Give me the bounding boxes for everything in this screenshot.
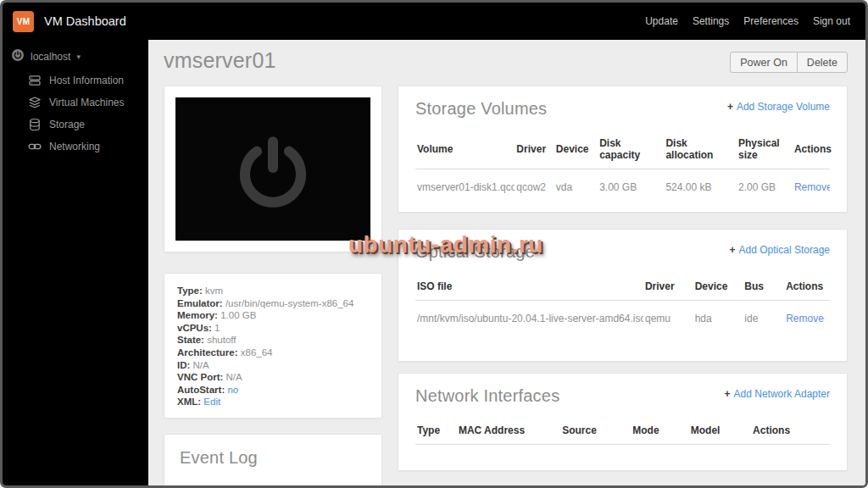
app-title: VM Dashboard: [44, 14, 126, 28]
add-optical-storage-link[interactable]: +Add Optical Storage: [730, 244, 830, 256]
add-storage-volume-link[interactable]: +Add Storage Volume: [727, 101, 830, 113]
col-physical-size: Physical size: [737, 132, 793, 169]
table-header-row: ISO file Driver Device Bus Actions: [415, 275, 830, 301]
cell-disk-allocation: 524.00 kB: [664, 169, 737, 206]
col-type: Type: [415, 419, 457, 445]
vm-logo-icon: VM: [13, 11, 34, 32]
topnav-settings-link[interactable]: Settings: [693, 15, 729, 27]
cell-bus: ide: [743, 301, 784, 337]
cell-driver: qemu: [643, 301, 693, 337]
info-value: 1.00 GB: [220, 310, 256, 320]
info-label: Type:: [177, 286, 203, 296]
optical-storage-title: Optical Storage: [415, 242, 535, 262]
power-on-button[interactable]: Power On: [730, 52, 798, 73]
network-interfaces-head: Network Interfaces +Add Network Adapter: [415, 386, 830, 406]
optical-storage-table: ISO file Driver Device Bus Actions /mnt/…: [415, 275, 830, 336]
plus-icon: +: [730, 244, 736, 256]
col-volume: Volume: [415, 132, 515, 169]
col-actions: Actions: [751, 419, 830, 445]
col-actions: Actions: [793, 132, 830, 169]
info-label: Memory:: [177, 310, 218, 320]
info-label: vCPUs:: [177, 323, 212, 333]
event-log-card: Event Log: [164, 434, 382, 485]
sidebar-item-virtual-machines[interactable]: Virtual Machines: [3, 92, 148, 114]
autostart-toggle-link[interactable]: no: [227, 385, 238, 395]
add-network-adapter-link[interactable]: +Add Network Adapter: [725, 388, 830, 400]
sidebar-item-storage[interactable]: Storage: [3, 114, 148, 136]
network-interfaces-title: Network Interfaces: [415, 386, 559, 406]
chevron-down-icon: ▾: [76, 53, 81, 61]
info-label: State:: [177, 335, 204, 345]
col-mode: Mode: [631, 419, 688, 445]
console-preview-card: [164, 86, 382, 252]
topnav-signout-link[interactable]: Sign out: [813, 15, 850, 27]
vm-info-vcpus: vCPUs: 1: [177, 322, 369, 335]
delete-button[interactable]: Delete: [797, 52, 848, 73]
cell-driver: qcow2: [515, 169, 554, 206]
database-icon: [28, 118, 42, 131]
cell-device: hda: [693, 301, 743, 337]
sidebar-host-selector[interactable]: localhost ▾: [3, 40, 148, 69]
power-icon: [226, 121, 320, 218]
info-label: XML:: [177, 396, 201, 407]
sidebar-item-label: Host Information: [49, 75, 124, 86]
storage-volumes-title: Storage Volumes: [415, 99, 547, 119]
server-icon: [28, 74, 42, 87]
plus-icon: +: [727, 101, 733, 113]
col-model: Model: [689, 419, 751, 445]
link-icon: [28, 140, 42, 153]
sidebar-item-label: Virtual Machines: [49, 97, 125, 108]
add-optical-storage-label: Add Optical Storage: [739, 244, 830, 256]
vm-info-vnc-port: VNC Port: N/A: [177, 371, 369, 384]
col-source: Source: [560, 419, 631, 445]
cell-volume: vmserver01-disk1.qcow2: [415, 169, 515, 206]
vm-info-memory: Memory: 1.00 GB: [177, 309, 369, 322]
vm-info-id: ID: N/A: [177, 359, 369, 372]
page-header: vmserver01 Power On Delete: [164, 48, 848, 80]
optical-storage-card: Optical Storage +Add Optical Storage ISO…: [398, 229, 848, 362]
storage-volumes-table: Volume Driver Device Disk capacity Disk …: [415, 132, 830, 205]
info-label: Emulator:: [177, 298, 223, 308]
add-storage-volume-label: Add Storage Volume: [737, 101, 830, 113]
sidebar-item-label: Networking: [49, 141, 100, 152]
app-window: VM VM Dashboard Update Settings Preferen…: [0, 0, 868, 488]
vm-info-autostart: AutoStart: no: [177, 384, 369, 396]
cell-device: vda: [554, 169, 598, 206]
col-device: Device: [693, 275, 743, 301]
col-bus: Bus: [743, 275, 784, 301]
table-row: vmserver01-disk1.qcow2 qcow2 vda 3.00 GB…: [415, 169, 830, 206]
main-content: vmserver01 Power On Delete ubuntu-admin.…: [148, 40, 865, 485]
info-value: shutoff: [207, 335, 236, 345]
sidebar-item-networking[interactable]: Networking: [3, 136, 148, 158]
info-value: kvm: [205, 286, 223, 296]
cell-iso-file: /mnt/kvm/iso/ubuntu-20.04.1-live-server-…: [415, 301, 643, 337]
event-log-title: Event Log: [180, 448, 366, 468]
storage-volumes-card: Storage Volumes +Add Storage Volume Volu…: [398, 86, 848, 213]
info-label: Architecture:: [177, 347, 238, 358]
sidebar-item-host-information[interactable]: Host Information: [3, 69, 148, 92]
info-label: VNC Port:: [177, 372, 223, 382]
topnav-preferences-link[interactable]: Preferences: [743, 15, 798, 27]
remove-volume-link[interactable]: Remove: [794, 181, 830, 193]
network-interfaces-card: Network Interfaces +Add Network Adapter …: [398, 373, 848, 471]
xml-edit-link[interactable]: Edit: [203, 396, 220, 407]
remove-optical-link[interactable]: Remove: [786, 313, 824, 324]
col-mac-address: MAC Address: [457, 419, 560, 445]
col-disk-capacity: Disk capacity: [598, 132, 664, 169]
plus-icon: +: [725, 388, 731, 400]
table-row: /mnt/kvm/iso/ubuntu-20.04.1-live-server-…: [415, 301, 830, 337]
vm-action-buttons: Power On Delete: [730, 52, 848, 73]
topnav-update-link[interactable]: Update: [645, 15, 678, 27]
console-screen[interactable]: [175, 97, 370, 241]
brand: VM VM Dashboard: [3, 11, 126, 32]
table-header-row: Type MAC Address Source Mode Model Actio…: [415, 419, 830, 445]
col-actions: Actions: [784, 275, 830, 301]
col-iso-file: ISO file: [415, 275, 643, 301]
info-label: AutoStart:: [177, 385, 225, 395]
table-header-row: Volume Driver Device Disk capacity Disk …: [415, 132, 830, 169]
vm-info-state: State: shutoff: [177, 334, 369, 347]
info-value: N/A: [226, 372, 242, 382]
sidebar-item-label: Storage: [49, 119, 85, 130]
vm-info-type: Type: kvm: [177, 285, 369, 297]
sidebar-host-label: localhost: [31, 51, 70, 63]
